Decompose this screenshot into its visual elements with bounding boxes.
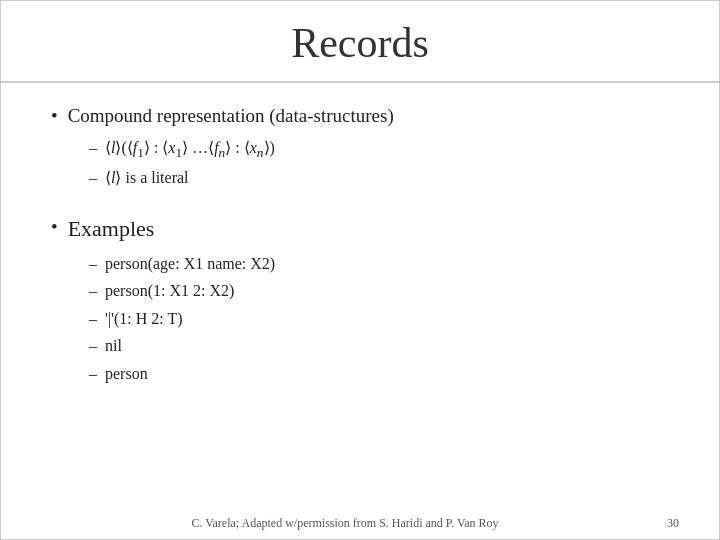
example-item-3: – '|'(1: H 2: T) <box>89 306 669 332</box>
example-item-5: – person <box>89 361 669 387</box>
example-item-4: – nil <box>89 333 669 359</box>
bullet-dot-1: • <box>51 103 58 130</box>
content-section: • Compound representation (data-structur… <box>1 83 719 508</box>
examples-sub-bullets: – person(age: X1 name: X2) – person(1: X… <box>89 251 669 387</box>
example-text-3: '|'(1: H 2: T) <box>105 306 183 332</box>
footer-page: 30 <box>649 516 679 531</box>
bullet-dot-2: • <box>51 214 58 241</box>
example-dash-5: – <box>89 361 97 387</box>
example-dash-2: – <box>89 278 97 304</box>
sub-text-1a: ⟨l⟩(⟨f1⟩ : ⟨x1⟩ …⟨fn⟩ : ⟨xn⟩) <box>105 136 275 163</box>
dash-1b: – <box>89 166 97 190</box>
sub-bullet-1b: – ⟨l⟩ is a literal <box>89 166 669 190</box>
main-bullet-2: • Examples <box>51 214 669 245</box>
example-text-5: person <box>105 361 148 387</box>
dash-1a: – <box>89 136 97 160</box>
example-dash-1: – <box>89 251 97 277</box>
sub-text-1b: ⟨l⟩ is a literal <box>105 166 189 190</box>
bullet-text-2: Examples <box>68 214 155 245</box>
footer-credit: C. Varela; Adapted w/permission from S. … <box>41 516 649 531</box>
example-text-4: nil <box>105 333 122 359</box>
example-dash-4: – <box>89 333 97 359</box>
slide: Records • Compound representation (data-… <box>0 0 720 540</box>
example-text-1: person(age: X1 name: X2) <box>105 251 275 277</box>
bullet-block-2: • Examples – person(age: X1 name: X2) – … <box>51 206 669 387</box>
example-dash-3: – <box>89 306 97 332</box>
example-item-1: – person(age: X1 name: X2) <box>89 251 669 277</box>
slide-title: Records <box>41 19 679 67</box>
sub-bullets-1: – ⟨l⟩(⟨f1⟩ : ⟨x1⟩ …⟨fn⟩ : ⟨xn⟩) – ⟨l⟩ is… <box>89 136 669 190</box>
title-section: Records <box>1 1 719 83</box>
bullet-block-1: • Compound representation (data-structur… <box>51 103 669 190</box>
example-item-2: – person(1: X1 2: X2) <box>89 278 669 304</box>
main-bullet-1: • Compound representation (data-structur… <box>51 103 669 130</box>
sub-bullet-1a: – ⟨l⟩(⟨f1⟩ : ⟨x1⟩ …⟨fn⟩ : ⟨xn⟩) <box>89 136 669 163</box>
example-text-2: person(1: X1 2: X2) <box>105 278 234 304</box>
footer: C. Varela; Adapted w/permission from S. … <box>1 508 719 539</box>
bullet-text-1: Compound representation (data-structures… <box>68 103 394 130</box>
